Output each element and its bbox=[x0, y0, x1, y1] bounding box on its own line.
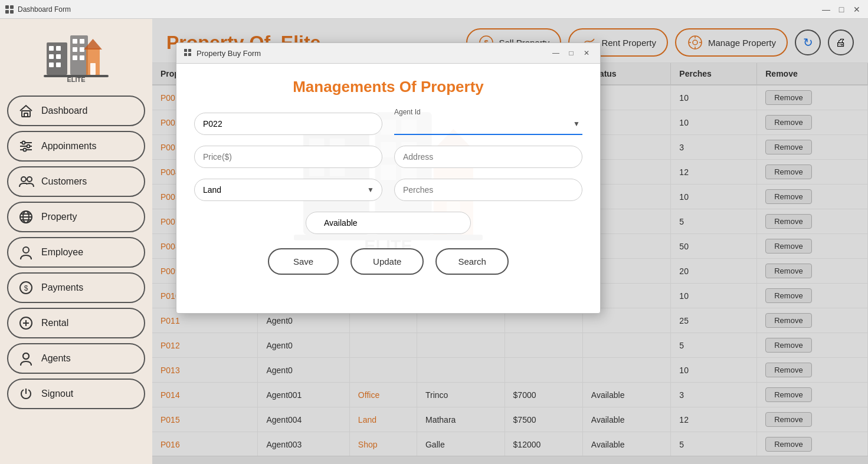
svg-rect-15 bbox=[80, 47, 84, 52]
sidebar: ELITE Dashboard bbox=[0, 19, 152, 464]
agent-id-label: Agent Id bbox=[394, 108, 421, 116]
plus-circle-icon bbox=[18, 315, 34, 331]
modal-titlebar: Property Buy Form — □ ✕ bbox=[176, 43, 600, 64]
sidebar-label-rental: Rental bbox=[41, 318, 68, 328]
home-icon bbox=[18, 103, 34, 119]
power-icon bbox=[18, 386, 34, 402]
save-button[interactable]: Save bbox=[268, 248, 339, 275]
svg-rect-16 bbox=[73, 55, 77, 60]
window-title: Dashboard Form bbox=[18, 5, 71, 14]
svg-rect-0 bbox=[5, 5, 9, 9]
sidebar-label-agents: Agents bbox=[41, 353, 71, 364]
agent-id-dropdown[interactable]: Agent001 Agent002 Agent003 Agent004 bbox=[394, 113, 582, 135]
modal-title-text: Property Buy Form bbox=[196, 49, 261, 58]
address-input[interactable] bbox=[394, 146, 582, 168]
sidebar-label-payments: Payments bbox=[41, 282, 83, 293]
modal-overlay: Property Buy Form — □ ✕ bbox=[152, 19, 868, 464]
svg-rect-7 bbox=[49, 54, 54, 59]
form-actions: Save Update Search bbox=[194, 248, 582, 275]
svg-rect-8 bbox=[56, 54, 61, 59]
svg-text:ELITE: ELITE bbox=[67, 76, 85, 83]
svg-rect-5 bbox=[49, 46, 54, 51]
status-input[interactable] bbox=[306, 212, 471, 234]
svg-point-29 bbox=[27, 145, 30, 148]
modal-window-icon bbox=[184, 48, 192, 58]
form-row-3: Land House Office Shop Apartment ▼ bbox=[194, 179, 582, 201]
sidebar-logo: ELITE bbox=[44, 31, 109, 84]
agent-id-wrapper: Agent Id Agent001 Agent002 Agent003 Agen… bbox=[394, 113, 582, 135]
sidebar-item-payments[interactable]: $ Payments bbox=[7, 272, 145, 303]
svg-rect-57 bbox=[184, 53, 187, 56]
svg-rect-12 bbox=[73, 39, 77, 44]
price-field bbox=[194, 146, 382, 168]
svg-rect-20 bbox=[90, 63, 96, 75]
svg-rect-2 bbox=[5, 10, 9, 14]
type-select[interactable]: Land House Office Shop Apartment bbox=[194, 179, 382, 201]
modal-heading: Managements Of Property bbox=[194, 78, 582, 96]
form-row-2 bbox=[194, 146, 582, 168]
agent-id-field: Agent Id Agent001 Agent002 Agent003 Agen… bbox=[394, 113, 582, 135]
modal-body: ELITE Managements Of Property Agent Id bbox=[176, 64, 600, 292]
maximize-button[interactable]: □ bbox=[835, 3, 848, 16]
form-row-status bbox=[194, 212, 582, 234]
sidebar-item-appointments[interactable]: Appoinments bbox=[7, 131, 145, 162]
sidebar-label-customers: Customers bbox=[41, 176, 87, 187]
svg-text:$: $ bbox=[24, 284, 28, 292]
svg-rect-13 bbox=[80, 39, 84, 44]
svg-rect-55 bbox=[184, 49, 187, 52]
sidebar-label-appointments: Appoinments bbox=[41, 141, 96, 152]
svg-rect-3 bbox=[10, 10, 14, 14]
close-button[interactable]: ✕ bbox=[850, 3, 863, 16]
svg-point-45 bbox=[23, 353, 29, 359]
sidebar-label-signout: Signout bbox=[41, 389, 73, 399]
property-id-input[interactable] bbox=[194, 113, 382, 135]
sidebar-label-employee: Employee bbox=[41, 247, 83, 258]
window-controls: — □ ✕ bbox=[820, 3, 863, 16]
form-row-1: Agent Id Agent001 Agent002 Agent003 Agen… bbox=[194, 113, 582, 135]
minimize-button[interactable]: — bbox=[820, 3, 833, 16]
property-buy-modal: Property Buy Form — □ ✕ bbox=[176, 42, 601, 314]
sidebar-item-rental[interactable]: Rental bbox=[7, 308, 145, 338]
title-bar: Dashboard Form — □ ✕ bbox=[0, 0, 868, 19]
svg-rect-58 bbox=[188, 53, 191, 56]
globe-icon bbox=[18, 209, 34, 225]
price-input[interactable] bbox=[194, 146, 382, 168]
svg-rect-14 bbox=[73, 47, 77, 52]
perches-input[interactable] bbox=[394, 179, 582, 201]
sidebar-item-customers[interactable]: Customers bbox=[7, 166, 145, 197]
svg-rect-10 bbox=[56, 62, 61, 67]
svg-point-28 bbox=[22, 141, 25, 144]
svg-rect-6 bbox=[56, 46, 61, 51]
dollar-icon: $ bbox=[18, 279, 34, 296]
modal-form: Agent Id Agent001 Agent002 Agent003 Agen… bbox=[194, 113, 582, 275]
sidebar-item-agents[interactable]: Agents bbox=[7, 343, 145, 374]
sidebar-item-property[interactable]: Property bbox=[7, 202, 145, 232]
sidebar-item-employee[interactable]: Employee bbox=[7, 237, 145, 268]
type-select-wrapper: Land House Office Shop Apartment ▼ bbox=[194, 179, 382, 201]
sidebar-item-dashboard[interactable]: Dashboard bbox=[7, 96, 145, 126]
svg-rect-1 bbox=[10, 5, 14, 9]
svg-point-32 bbox=[27, 177, 32, 182]
svg-point-31 bbox=[21, 177, 26, 182]
perches-field bbox=[394, 179, 582, 201]
svg-rect-24 bbox=[24, 113, 28, 117]
modal-close-button[interactable]: ✕ bbox=[580, 47, 593, 60]
sliders-icon bbox=[18, 138, 34, 154]
svg-rect-17 bbox=[80, 55, 84, 60]
sidebar-label-dashboard: Dashboard bbox=[41, 106, 87, 116]
svg-rect-9 bbox=[49, 62, 54, 67]
svg-rect-56 bbox=[188, 49, 191, 52]
address-field bbox=[394, 146, 582, 168]
sidebar-item-signout[interactable]: Signout bbox=[7, 379, 145, 409]
modal-maximize-button[interactable]: □ bbox=[565, 47, 578, 60]
sidebar-nav: Dashboard Appoinments bbox=[7, 96, 145, 409]
customers-icon bbox=[18, 173, 34, 190]
modal-controls: — □ ✕ bbox=[549, 47, 593, 60]
svg-point-30 bbox=[24, 149, 27, 152]
search-button[interactable]: Search bbox=[435, 248, 509, 275]
modal-minimize-button[interactable]: — bbox=[549, 47, 562, 60]
app-icon bbox=[5, 5, 14, 14]
modal-title-area: Property Buy Form bbox=[184, 48, 261, 58]
agents-icon bbox=[18, 350, 34, 367]
update-button[interactable]: Update bbox=[351, 248, 424, 275]
